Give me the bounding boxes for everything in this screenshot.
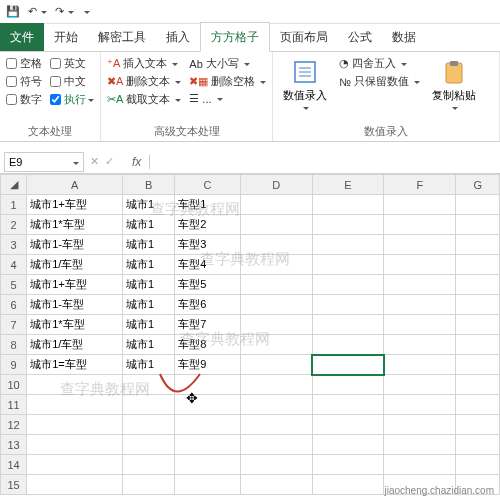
cell[interactable] <box>27 475 123 495</box>
cell[interactable] <box>312 435 384 455</box>
cell[interactable]: 城市1+车型 <box>27 275 123 295</box>
btn-keep-num[interactable]: №只保留数值 <box>339 74 420 89</box>
cell[interactable] <box>240 295 312 315</box>
cell[interactable] <box>312 235 384 255</box>
cell[interactable] <box>240 335 312 355</box>
cell[interactable] <box>384 235 456 255</box>
cancel-icon[interactable]: ✕ <box>90 155 99 168</box>
cell[interactable] <box>312 395 384 415</box>
cell[interactable] <box>312 375 384 395</box>
tab-insert[interactable]: 插入 <box>156 23 200 51</box>
row-header[interactable]: 1 <box>1 195 27 215</box>
cell[interactable] <box>456 235 500 255</box>
cell[interactable]: 城市1 <box>123 335 175 355</box>
btn-del-blank[interactable]: ✖▦删除空格 <box>189 74 266 89</box>
cell[interactable] <box>240 475 312 495</box>
cell[interactable] <box>312 335 384 355</box>
row-header[interactable]: 11 <box>1 395 27 415</box>
cell[interactable]: 城市1*车型 <box>27 315 123 335</box>
btn-round[interactable]: ◔四舍五入 <box>339 56 420 71</box>
cell[interactable] <box>240 255 312 275</box>
cell[interactable] <box>123 455 175 475</box>
row-header[interactable]: 12 <box>1 415 27 435</box>
col-header[interactable]: E <box>312 175 384 195</box>
cell[interactable] <box>123 395 175 415</box>
cell[interactable]: 城市1 <box>123 295 175 315</box>
cell[interactable] <box>456 415 500 435</box>
cell[interactable] <box>384 215 456 235</box>
row-header[interactable]: 7 <box>1 315 27 335</box>
col-header[interactable]: G <box>456 175 500 195</box>
cell[interactable] <box>240 355 312 375</box>
btn-more[interactable]: ☰... <box>189 92 266 105</box>
btn-copy-paste[interactable]: 复制粘贴 <box>428 56 480 113</box>
cell[interactable] <box>456 375 500 395</box>
cell[interactable] <box>384 195 456 215</box>
cell[interactable]: 车型7 <box>175 315 240 335</box>
cell[interactable] <box>456 315 500 335</box>
cell[interactable] <box>456 355 500 375</box>
cell[interactable] <box>240 435 312 455</box>
fx-icon[interactable]: fx <box>124 155 150 169</box>
cell[interactable]: 城市1/车型 <box>27 335 123 355</box>
cell[interactable]: 城市1 <box>123 235 175 255</box>
col-header[interactable]: A <box>27 175 123 195</box>
cell[interactable] <box>27 435 123 455</box>
name-box[interactable]: E9 <box>4 152 84 172</box>
chk-exec[interactable]: 执行 <box>50 92 94 107</box>
cell[interactable] <box>312 295 384 315</box>
select-all[interactable]: ◢ <box>1 175 27 195</box>
chk-english[interactable]: 英文 <box>50 56 94 71</box>
tab-tools[interactable]: 解密工具 <box>88 23 156 51</box>
cell[interactable] <box>27 395 123 415</box>
cell[interactable]: 车型5 <box>175 275 240 295</box>
cell[interactable] <box>312 475 384 495</box>
cell[interactable] <box>456 275 500 295</box>
cell[interactable] <box>312 315 384 335</box>
cell[interactable] <box>456 335 500 355</box>
cell[interactable] <box>384 415 456 435</box>
cell[interactable] <box>384 355 456 375</box>
cell[interactable] <box>240 275 312 295</box>
row-header[interactable]: 6 <box>1 295 27 315</box>
cell[interactable]: 城市1-车型 <box>27 235 123 255</box>
row-header[interactable]: 2 <box>1 215 27 235</box>
cell[interactable] <box>27 375 123 395</box>
cell[interactable] <box>456 395 500 415</box>
cell[interactable] <box>384 295 456 315</box>
row-header[interactable]: 13 <box>1 435 27 455</box>
cell[interactable] <box>175 415 240 435</box>
cell[interactable] <box>384 435 456 455</box>
cell[interactable]: 车型6 <box>175 295 240 315</box>
col-header[interactable]: B <box>123 175 175 195</box>
cell[interactable] <box>240 195 312 215</box>
cell[interactable]: 车型3 <box>175 235 240 255</box>
cell[interactable] <box>175 455 240 475</box>
cell[interactable]: 车型9 <box>175 355 240 375</box>
cell[interactable] <box>384 375 456 395</box>
cell[interactable] <box>312 455 384 475</box>
cell[interactable] <box>456 195 500 215</box>
btn-delete-text[interactable]: ✖A删除文本 <box>107 74 181 89</box>
cell[interactable]: 城市1 <box>123 355 175 375</box>
tab-formula[interactable]: 公式 <box>338 23 382 51</box>
chk-number[interactable]: 数字 <box>6 92 42 107</box>
col-header[interactable]: F <box>384 175 456 195</box>
cell[interactable] <box>312 355 384 375</box>
row-header[interactable]: 5 <box>1 275 27 295</box>
qat-more-icon[interactable] <box>82 9 90 15</box>
row-header[interactable]: 14 <box>1 455 27 475</box>
row-header[interactable]: 15 <box>1 475 27 495</box>
cell[interactable] <box>240 315 312 335</box>
cell[interactable]: 城市1/车型 <box>27 255 123 275</box>
cell[interactable]: 城市1+车型 <box>27 195 123 215</box>
cell[interactable] <box>240 235 312 255</box>
cell[interactable]: 城市1 <box>123 255 175 275</box>
tab-fangfang[interactable]: 方方格子 <box>200 22 270 52</box>
cell[interactable] <box>456 455 500 475</box>
cell[interactable]: 车型4 <box>175 255 240 275</box>
row-header[interactable]: 9 <box>1 355 27 375</box>
cell[interactable] <box>123 435 175 455</box>
redo-icon[interactable]: ↷ <box>55 5 74 18</box>
btn-case[interactable]: Ab大小写 <box>189 56 266 71</box>
